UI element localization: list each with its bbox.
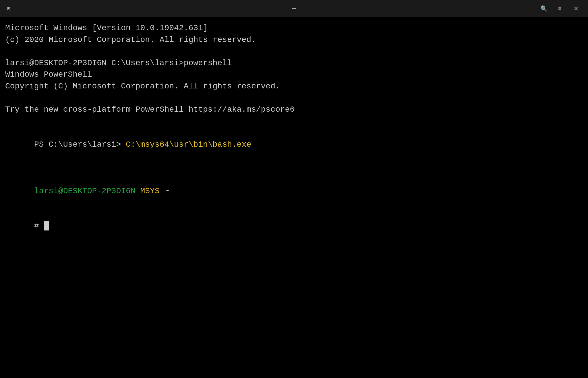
menu-button[interactable]: ≡ bbox=[552, 3, 567, 14]
close-button[interactable]: ✕ bbox=[568, 3, 583, 14]
hash-symbol: # bbox=[34, 222, 44, 230]
ps-command-text: C:\msys64\usr\bin\bash.exe bbox=[126, 140, 251, 149]
search-button[interactable]: 🔍 bbox=[536, 3, 551, 14]
bash-env-text: MSYS bbox=[136, 187, 160, 195]
title-bar: ⊡ ~ 🔍 ≡ ✕ bbox=[0, 0, 588, 17]
terminal-body[interactable]: Microsoft Windows [Version 10.0.19042.63… bbox=[0, 17, 588, 378]
spacer-1 bbox=[5, 46, 583, 57]
title-bar-left: ⊡ bbox=[5, 5, 13, 13]
title-bar-title: ~ bbox=[292, 5, 296, 13]
cursor bbox=[44, 221, 49, 231]
window-icon: ⊡ bbox=[5, 5, 13, 13]
spacer-2 bbox=[5, 92, 583, 104]
bash-path-text: ~ bbox=[160, 187, 169, 195]
ps-prompt-text: PS C:\Users\larsi> bbox=[34, 140, 126, 149]
line-2: (c) 2020 Microsoft Corporation. All righ… bbox=[5, 34, 583, 46]
bash-user-text: larsi@DESKTOP-2P3DI6N bbox=[34, 187, 136, 195]
line-6: Try the new cross-platform PowerShell ht… bbox=[5, 104, 583, 116]
line-5: Copyright (C) Microsoft Corporation. All… bbox=[5, 81, 583, 92]
line-3: larsi@DESKTOP-2P3DI6N C:\Users\larsi>pow… bbox=[5, 57, 583, 69]
spacer-4 bbox=[5, 162, 583, 174]
terminal-window: ⊡ ~ 🔍 ≡ ✕ Microsoft Windows [Version 10.… bbox=[0, 0, 588, 378]
line-4: Windows PowerShell bbox=[5, 69, 583, 81]
bash-prompt-line: larsi@DESKTOP-2P3DI6N MSYS ~ bbox=[5, 174, 583, 209]
ps-prompt-line: PS C:\Users\larsi> C:\msys64\usr\bin\bas… bbox=[5, 127, 583, 162]
hash-prompt-line: # bbox=[5, 209, 583, 244]
spacer-3 bbox=[5, 116, 583, 127]
title-bar-controls: 🔍 ≡ ✕ bbox=[536, 3, 583, 14]
line-1: Microsoft Windows [Version 10.0.19042.63… bbox=[5, 22, 583, 34]
